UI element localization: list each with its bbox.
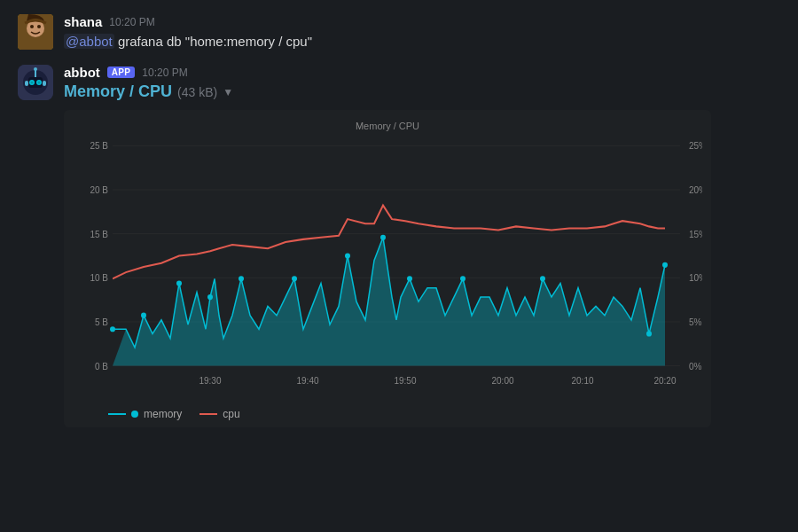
svg-point-50 xyxy=(460,276,466,281)
chart-dropdown-icon[interactable]: ▼ xyxy=(223,86,233,98)
svg-point-46 xyxy=(292,276,297,281)
cpu-legend-line xyxy=(200,413,217,415)
svg-text:19:50: 19:50 xyxy=(395,376,417,386)
shana-timestamp: 10:20 PM xyxy=(109,16,154,28)
memory-legend-item: memory xyxy=(108,408,182,420)
svg-text:20:10: 20:10 xyxy=(572,376,594,386)
svg-text:25%: 25% xyxy=(689,141,702,151)
svg-rect-14 xyxy=(43,81,46,86)
shana-message-text: @abbot grafana db "home:memory / cpu" xyxy=(64,32,780,51)
svg-rect-13 xyxy=(25,81,28,86)
svg-text:0%: 0% xyxy=(689,362,701,372)
abbot-message-header: abbot APP 10:20 PM xyxy=(64,65,780,80)
svg-point-9 xyxy=(31,82,34,84)
chart-legend: memory cpu xyxy=(73,408,702,420)
chart-title-row: Memory / CPU (43 kB) ▼ xyxy=(64,82,780,101)
svg-point-2 xyxy=(30,25,34,28)
svg-point-43 xyxy=(176,280,182,286)
shana-message-content: shana 10:20 PM @abbot grafana db "home:m… xyxy=(64,14,780,51)
shana-username: shana xyxy=(64,14,102,29)
svg-point-12 xyxy=(34,67,37,71)
svg-text:10 B: 10 B xyxy=(90,273,108,283)
svg-text:10%: 10% xyxy=(689,273,702,283)
svg-point-44 xyxy=(207,294,213,300)
chart-title-text: Memory / CPU xyxy=(64,82,172,101)
abbot-message-content: abbot APP 10:20 PM Memory / CPU (43 kB) … xyxy=(64,65,780,427)
chart-wrapper: Memory / CPU 25 B 20 B 15 B xyxy=(64,110,711,427)
svg-text:15 B: 15 B xyxy=(90,230,108,239)
cpu-legend-item: cpu xyxy=(200,408,239,420)
svg-text:0 B: 0 B xyxy=(95,362,108,372)
svg-text:19:40: 19:40 xyxy=(297,376,319,386)
memory-legend-line xyxy=(108,413,126,415)
abbot-message: abbot APP 10:20 PM Memory / CPU (43 kB) … xyxy=(18,65,780,427)
svg-point-48 xyxy=(380,235,386,240)
svg-point-51 xyxy=(540,276,545,281)
abbot-avatar xyxy=(18,65,53,100)
shana-avatar xyxy=(18,14,53,50)
app-badge: APP xyxy=(107,66,135,78)
svg-text:20%: 20% xyxy=(689,185,702,195)
cpu-legend-label: cpu xyxy=(223,408,239,420)
svg-text:25 B: 25 B xyxy=(90,141,108,151)
chart-header-label: Memory / CPU xyxy=(73,121,702,131)
abbot-username: abbot xyxy=(64,65,100,80)
chart-svg: 25 B 20 B 15 B 10 B 5 B 0 B 25% 20% 15% … xyxy=(73,137,702,403)
svg-text:20:00: 20:00 xyxy=(492,376,514,386)
svg-text:5 B: 5 B xyxy=(95,317,108,327)
svg-text:5%: 5% xyxy=(689,317,701,327)
memory-legend-dot xyxy=(131,411,138,418)
svg-point-52 xyxy=(646,331,652,336)
svg-point-42 xyxy=(141,313,146,318)
mention-abbot[interactable]: @abbot xyxy=(64,34,114,49)
memory-legend-label: memory xyxy=(144,408,182,420)
shana-message-header: shana 10:20 PM xyxy=(64,14,780,29)
svg-point-49 xyxy=(407,276,412,281)
svg-text:20:20: 20:20 xyxy=(654,376,677,386)
svg-point-10 xyxy=(38,82,41,84)
svg-point-3 xyxy=(37,25,41,28)
svg-point-47 xyxy=(345,253,350,258)
chart-size: (43 kB) xyxy=(177,85,217,99)
chart-area: 25 B 20 B 15 B 10 B 5 B 0 B 25% 20% 15% … xyxy=(73,137,702,403)
svg-text:15%: 15% xyxy=(689,230,702,239)
svg-point-41 xyxy=(110,326,115,332)
abbot-timestamp: 10:20 PM xyxy=(142,66,187,79)
svg-text:20 B: 20 B xyxy=(90,185,108,195)
svg-text:19:30: 19:30 xyxy=(200,376,222,386)
shana-message: shana 10:20 PM @abbot grafana db "home:m… xyxy=(18,14,780,51)
svg-point-45 xyxy=(239,276,244,281)
svg-point-53 xyxy=(662,262,668,268)
